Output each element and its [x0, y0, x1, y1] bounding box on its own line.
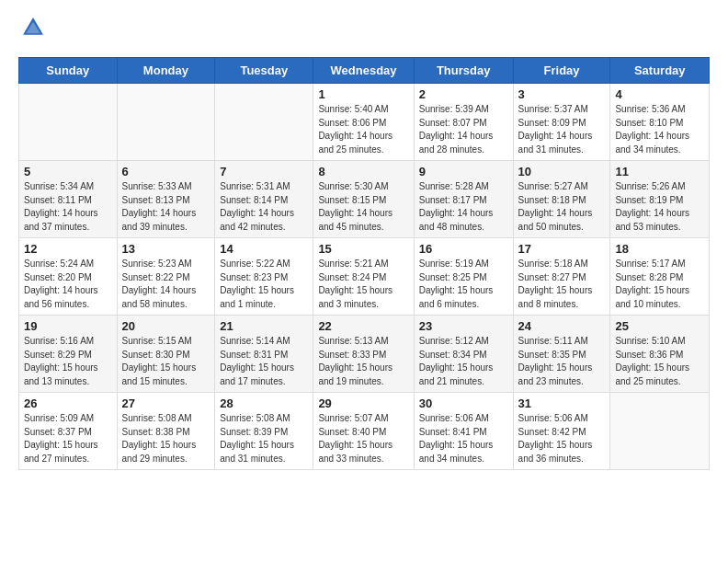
day-info: Sunrise: 5:27 AM Sunset: 8:18 PM Dayligh…	[518, 180, 606, 234]
calendar-cell: 16Sunrise: 5:19 AM Sunset: 8:25 PM Dayli…	[414, 238, 513, 316]
col-thursday: Thursday	[414, 58, 513, 84]
day-info: Sunrise: 5:36 AM Sunset: 8:10 PM Dayligh…	[615, 103, 704, 156]
calendar-cell: 2Sunrise: 5:39 AM Sunset: 8:07 PM Daylig…	[414, 84, 513, 161]
calendar-week-row: 5Sunrise: 5:34 AM Sunset: 8:11 PM Daylig…	[19, 161, 710, 238]
day-number: 29	[318, 396, 408, 410]
calendar-cell: 6Sunrise: 5:33 AM Sunset: 8:13 PM Daylig…	[117, 161, 215, 238]
day-number: 9	[419, 165, 508, 178]
calendar-cell: 19Sunrise: 5:16 AM Sunset: 8:29 PM Dayli…	[19, 316, 118, 393]
calendar-cell	[19, 84, 118, 161]
calendar-cell: 4Sunrise: 5:36 AM Sunset: 8:10 PM Daylig…	[610, 84, 710, 161]
calendar-cell: 24Sunrise: 5:11 AM Sunset: 8:35 PM Dayli…	[513, 316, 610, 393]
calendar-cell: 5Sunrise: 5:34 AM Sunset: 8:11 PM Daylig…	[19, 161, 118, 238]
day-number: 24	[518, 319, 606, 333]
day-number: 12	[24, 242, 112, 256]
day-number: 20	[122, 319, 210, 333]
day-number: 6	[122, 165, 210, 178]
calendar-week-row: 19Sunrise: 5:16 AM Sunset: 8:29 PM Dayli…	[19, 316, 710, 393]
day-number: 31	[518, 396, 606, 410]
calendar-cell	[117, 84, 215, 161]
calendar-cell: 7Sunrise: 5:31 AM Sunset: 8:14 PM Daylig…	[215, 161, 313, 238]
calendar-cell: 18Sunrise: 5:17 AM Sunset: 8:28 PM Dayli…	[610, 238, 710, 316]
day-info: Sunrise: 5:23 AM Sunset: 8:22 PM Dayligh…	[122, 258, 210, 311]
day-number: 27	[122, 396, 210, 410]
calendar-cell: 10Sunrise: 5:27 AM Sunset: 8:18 PM Dayli…	[513, 161, 610, 238]
day-info: Sunrise: 5:08 AM Sunset: 8:39 PM Dayligh…	[220, 412, 308, 465]
day-number: 22	[318, 319, 408, 333]
logo-icon	[20, 15, 46, 40]
day-info: Sunrise: 5:08 AM Sunset: 8:38 PM Dayligh…	[122, 412, 210, 465]
day-number: 18	[615, 242, 704, 256]
day-info: Sunrise: 5:21 AM Sunset: 8:24 PM Dayligh…	[318, 258, 408, 311]
day-info: Sunrise: 5:39 AM Sunset: 8:07 PM Dayligh…	[419, 103, 508, 156]
day-number: 5	[24, 165, 112, 178]
calendar-cell: 26Sunrise: 5:09 AM Sunset: 8:37 PM Dayli…	[19, 393, 118, 470]
calendar-cell: 3Sunrise: 5:37 AM Sunset: 8:09 PM Daylig…	[513, 84, 610, 161]
day-number: 10	[518, 165, 606, 178]
day-number: 7	[220, 165, 308, 178]
day-info: Sunrise: 5:12 AM Sunset: 8:34 PM Dayligh…	[419, 335, 508, 388]
day-number: 15	[318, 242, 408, 256]
day-number: 3	[518, 87, 606, 101]
calendar-table: Sunday Monday Tuesday Wednesday Thursday…	[18, 57, 710, 470]
day-info: Sunrise: 5:34 AM Sunset: 8:11 PM Dayligh…	[24, 180, 112, 234]
calendar-header-row: Sunday Monday Tuesday Wednesday Thursday…	[19, 58, 710, 84]
calendar-cell: 1Sunrise: 5:40 AM Sunset: 8:06 PM Daylig…	[313, 84, 414, 161]
day-number: 17	[518, 242, 606, 256]
day-info: Sunrise: 5:07 AM Sunset: 8:40 PM Dayligh…	[318, 412, 408, 465]
day-info: Sunrise: 5:37 AM Sunset: 8:09 PM Dayligh…	[518, 103, 606, 156]
calendar-cell	[610, 393, 710, 470]
day-info: Sunrise: 5:40 AM Sunset: 8:06 PM Dayligh…	[318, 103, 408, 156]
day-number: 28	[220, 396, 308, 410]
calendar-cell: 11Sunrise: 5:26 AM Sunset: 8:19 PM Dayli…	[610, 161, 710, 238]
calendar-cell: 17Sunrise: 5:18 AM Sunset: 8:27 PM Dayli…	[513, 238, 610, 316]
day-number: 13	[122, 242, 210, 256]
calendar-week-row: 12Sunrise: 5:24 AM Sunset: 8:20 PM Dayli…	[19, 238, 710, 316]
day-info: Sunrise: 5:24 AM Sunset: 8:20 PM Dayligh…	[24, 258, 112, 311]
logo	[18, 15, 46, 44]
col-friday: Friday	[513, 58, 610, 84]
calendar-cell: 20Sunrise: 5:15 AM Sunset: 8:30 PM Dayli…	[117, 316, 215, 393]
calendar-cell: 15Sunrise: 5:21 AM Sunset: 8:24 PM Dayli…	[313, 238, 414, 316]
day-number: 11	[615, 165, 704, 178]
day-number: 4	[615, 87, 704, 101]
calendar-cell: 21Sunrise: 5:14 AM Sunset: 8:31 PM Dayli…	[215, 316, 313, 393]
calendar-week-row: 1Sunrise: 5:40 AM Sunset: 8:06 PM Daylig…	[19, 84, 710, 161]
day-info: Sunrise: 5:33 AM Sunset: 8:13 PM Dayligh…	[122, 180, 210, 234]
col-monday: Monday	[117, 58, 215, 84]
col-sunday: Sunday	[19, 58, 118, 84]
day-number: 21	[220, 319, 308, 333]
day-number: 16	[419, 242, 508, 256]
calendar-week-row: 26Sunrise: 5:09 AM Sunset: 8:37 PM Dayli…	[19, 393, 710, 470]
calendar-cell: 8Sunrise: 5:30 AM Sunset: 8:15 PM Daylig…	[313, 161, 414, 238]
day-number: 8	[318, 165, 408, 178]
calendar-cell: 28Sunrise: 5:08 AM Sunset: 8:39 PM Dayli…	[215, 393, 313, 470]
day-info: Sunrise: 5:09 AM Sunset: 8:37 PM Dayligh…	[24, 412, 112, 465]
day-info: Sunrise: 5:26 AM Sunset: 8:19 PM Dayligh…	[615, 180, 704, 234]
col-tuesday: Tuesday	[215, 58, 313, 84]
day-number: 26	[24, 396, 112, 410]
calendar-cell: 9Sunrise: 5:28 AM Sunset: 8:17 PM Daylig…	[414, 161, 513, 238]
calendar-cell: 13Sunrise: 5:23 AM Sunset: 8:22 PM Dayli…	[117, 238, 215, 316]
day-info: Sunrise: 5:22 AM Sunset: 8:23 PM Dayligh…	[220, 258, 308, 311]
calendar-cell: 14Sunrise: 5:22 AM Sunset: 8:23 PM Dayli…	[215, 238, 313, 316]
header	[18, 15, 710, 44]
day-number: 2	[419, 87, 508, 101]
day-info: Sunrise: 5:18 AM Sunset: 8:27 PM Dayligh…	[518, 258, 606, 311]
day-number: 1	[318, 87, 408, 101]
day-info: Sunrise: 5:06 AM Sunset: 8:42 PM Dayligh…	[518, 412, 606, 465]
day-info: Sunrise: 5:17 AM Sunset: 8:28 PM Dayligh…	[615, 258, 704, 311]
calendar-cell: 22Sunrise: 5:13 AM Sunset: 8:33 PM Dayli…	[313, 316, 414, 393]
calendar-cell	[215, 84, 313, 161]
day-info: Sunrise: 5:31 AM Sunset: 8:14 PM Dayligh…	[220, 180, 308, 234]
day-info: Sunrise: 5:15 AM Sunset: 8:30 PM Dayligh…	[122, 335, 210, 388]
calendar-cell: 23Sunrise: 5:12 AM Sunset: 8:34 PM Dayli…	[414, 316, 513, 393]
calendar-cell: 29Sunrise: 5:07 AM Sunset: 8:40 PM Dayli…	[313, 393, 414, 470]
calendar-cell: 27Sunrise: 5:08 AM Sunset: 8:38 PM Dayli…	[117, 393, 215, 470]
calendar-cell: 25Sunrise: 5:10 AM Sunset: 8:36 PM Dayli…	[610, 316, 710, 393]
col-saturday: Saturday	[610, 58, 710, 84]
calendar-cell: 12Sunrise: 5:24 AM Sunset: 8:20 PM Dayli…	[19, 238, 118, 316]
calendar-cell: 30Sunrise: 5:06 AM Sunset: 8:41 PM Dayli…	[414, 393, 513, 470]
page: Sunday Monday Tuesday Wednesday Thursday…	[0, 0, 728, 563]
day-number: 14	[220, 242, 308, 256]
